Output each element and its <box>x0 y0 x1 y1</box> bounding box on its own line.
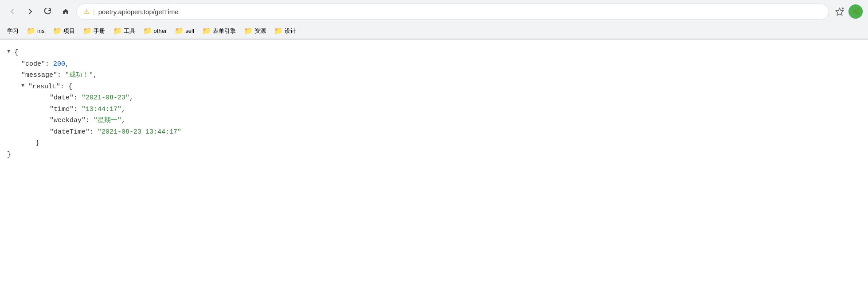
json-key-result: "result" <box>28 81 60 93</box>
root-toggle[interactable]: ▼ <box>7 47 14 54</box>
bookmark-star-button[interactable]: + <box>833 4 847 19</box>
folder-icon-8: 📁 <box>244 27 253 35</box>
bookmark-label-7: 表单引擎 <box>213 27 236 35</box>
json-result-line: ▼ "result": { <box>0 81 868 93</box>
home-button[interactable] <box>59 4 73 19</box>
bookmark-label-3: 手册 <box>94 27 105 35</box>
result-close-brace: } <box>35 138 39 149</box>
url-text: poetry.apiopen.top/getTime <box>98 8 179 16</box>
folder-icon-6: 📁 <box>175 27 184 35</box>
svg-text:+: + <box>842 8 843 9</box>
bookmark-item-8[interactable]: 📁 资源 <box>240 25 270 37</box>
json-value-date: "2021-08-23" <box>82 92 129 104</box>
folder-icon-7: 📁 <box>202 27 211 35</box>
json-key-message: "message" <box>21 70 57 81</box>
result-toggle[interactable]: ▼ <box>21 81 28 88</box>
json-weekday-line: "weekday": "星期一", <box>0 115 868 126</box>
bookmark-label-6: self <box>185 28 194 34</box>
json-key-datetime: "dateTime" <box>50 126 90 138</box>
bookmark-item-3[interactable]: 📁 手册 <box>79 25 109 37</box>
json-key-weekday: "weekday" <box>50 115 86 126</box>
bookmark-label-1: iris <box>37 28 45 34</box>
bookmark-item-9[interactable]: 📁 设计 <box>270 25 300 37</box>
security-icon: ⚠ <box>84 8 90 15</box>
url-separator: | <box>93 8 95 15</box>
bookmark-label-8: 资源 <box>254 27 266 35</box>
bookmarks-bar: 学习 📁 iris 📁 项目 📁 手册 📁 工具 📁 other 📁 self … <box>0 23 868 39</box>
json-message-line: "message": "成功！", <box>0 70 868 81</box>
bookmark-item-6[interactable]: 📁 self <box>171 25 198 37</box>
root-close-brace: } <box>7 149 11 161</box>
json-key-code: "code" <box>21 59 45 70</box>
json-date-line: "date": "2021-08-23", <box>0 92 868 104</box>
folder-icon-2: 📁 <box>53 27 62 35</box>
json-root-line: ▼ { <box>0 47 868 59</box>
nav-right: + 🌿 <box>833 4 863 19</box>
bookmark-item-2[interactable]: 📁 项目 <box>49 25 78 37</box>
forward-button[interactable] <box>23 4 37 19</box>
user-avatar[interactable]: 🌿 <box>848 4 863 19</box>
bookmark-item-0[interactable]: 学习 <box>4 25 22 37</box>
json-root-close-line: } <box>0 149 868 161</box>
folder-icon-3: 📁 <box>83 27 92 35</box>
folder-icon-5: 📁 <box>143 27 152 35</box>
json-value-code: 200 <box>53 59 65 70</box>
bookmark-label-2: 项目 <box>63 27 75 35</box>
folder-icon-9: 📁 <box>274 27 283 35</box>
bookmark-item-7[interactable]: 📁 表单引擎 <box>199 25 239 37</box>
bookmark-item-1[interactable]: 📁 iris <box>23 25 48 37</box>
nav-bar: ⚠ | poetry.apiopen.top/getTime + 🌿 <box>0 0 868 23</box>
bookmark-label-5: other <box>154 28 167 34</box>
json-result-close-line: } <box>0 138 868 149</box>
json-value-time: "13:44:17" <box>82 104 121 115</box>
result-open-brace: { <box>68 81 72 93</box>
json-value-datetime: "2021-08-23 13:44:17" <box>98 126 181 138</box>
json-value-weekday: "星期一" <box>94 115 121 126</box>
json-time-line: "time": "13:44:17", <box>0 104 868 115</box>
json-key-date: "date" <box>50 92 74 104</box>
json-viewer: ▼ { "code": 200, "message": "成功！", ▼ "re… <box>0 39 868 167</box>
json-key-time: "time" <box>50 104 74 115</box>
bookmark-label-0: 学习 <box>7 27 19 35</box>
root-open-brace: { <box>14 47 18 59</box>
bookmark-item-5[interactable]: 📁 other <box>140 25 171 37</box>
json-code-line: "code": 200, <box>0 59 868 70</box>
svg-text:🌿: 🌿 <box>852 8 859 15</box>
json-datetime-line: "dateTime": "2021-08-23 13:44:17" <box>0 126 868 138</box>
bookmark-label-9: 设计 <box>285 27 296 35</box>
folder-icon-1: 📁 <box>27 27 35 35</box>
json-value-message: "成功！" <box>65 70 93 81</box>
address-bar[interactable]: ⚠ | poetry.apiopen.top/getTime <box>76 4 829 20</box>
reload-button[interactable] <box>41 4 55 19</box>
bookmark-label-4: 工具 <box>124 27 135 35</box>
bookmark-item-4[interactable]: 📁 工具 <box>109 25 139 37</box>
back-button[interactable] <box>5 4 20 19</box>
folder-icon-4: 📁 <box>113 27 122 35</box>
